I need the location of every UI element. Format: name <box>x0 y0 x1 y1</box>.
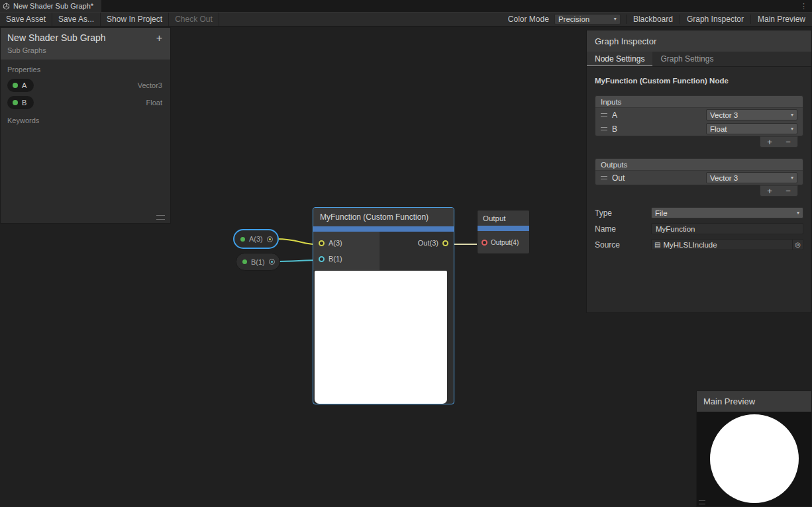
type-field-label: Type <box>595 208 651 218</box>
input-b-type-dropdown[interactable]: Float ▾ <box>706 123 797 134</box>
remove-output-button[interactable]: − <box>786 186 791 196</box>
dropdown-arrow-icon: ▾ <box>797 210 799 216</box>
input-port-row-b: B(1) <box>313 251 380 267</box>
exposed-dot-icon <box>242 259 247 264</box>
custom-function-node[interactable]: MyFunction (Custom Function) A(3) B(1) O… <box>313 207 454 404</box>
list-row-output[interactable]: Out Vector 3 ▾ <box>595 171 803 185</box>
node-input-column: A(3) B(1) <box>313 232 380 270</box>
tab-node-settings[interactable]: Node Settings <box>587 52 652 66</box>
property-row-a[interactable]: A Vector3 <box>1 77 170 94</box>
main-preview-toggle-button[interactable]: Main Preview <box>750 15 812 24</box>
type-dropdown[interactable]: File ▾ <box>651 207 803 218</box>
add-property-button[interactable]: + <box>156 33 162 44</box>
dropdown-value: Vector 3 <box>710 111 738 119</box>
color-mode-value: Precision <box>558 15 589 23</box>
node-preview <box>315 271 447 404</box>
output-type-dropdown[interactable]: Vector 3 ▾ <box>706 172 797 183</box>
graph-property-node-b[interactable]: B(1) <box>236 253 280 271</box>
dropdown-value: Float <box>710 125 727 133</box>
graph-inspector-title[interactable]: Graph Inspector <box>587 30 811 52</box>
node-title[interactable]: MyFunction (Custom Function) <box>313 208 454 226</box>
drag-handle-icon[interactable] <box>601 127 607 130</box>
input-port-row-a: A(3) <box>313 235 380 251</box>
name-input[interactable]: MyFunction <box>651 223 803 234</box>
add-input-button[interactable]: + <box>767 137 772 147</box>
blackboard-resize-handle[interactable] <box>156 215 165 220</box>
blackboard-title: New Shader Sub Graph <box>7 32 164 43</box>
color-mode-label: Color Mode <box>503 15 554 24</box>
main-preview-body[interactable] <box>697 412 811 506</box>
name-field-row: Name MyFunction <box>595 223 803 234</box>
shader-graph-window: { "window": { "tab_title": "New Shader S… <box>0 0 812 507</box>
inputs-list-footer: + − <box>595 136 803 148</box>
tab-graph-settings[interactable]: Graph Settings <box>652 52 721 66</box>
property-row-b[interactable]: B Float <box>1 94 170 111</box>
add-output-button[interactable]: + <box>767 186 772 196</box>
output-port-icon[interactable] <box>442 240 448 246</box>
inspector-tabs: Node Settings Graph Settings <box>587 52 811 67</box>
preview-resize-handle[interactable] <box>699 500 705 504</box>
outputs-list-header: Outputs <box>595 159 803 171</box>
source-field-label: Source <box>595 240 651 250</box>
properties-section-label: Properties <box>1 60 170 77</box>
graph-inspector-panel: Graph Inspector Node Settings Graph Sett… <box>586 30 812 313</box>
blackboard-panel: New Shader Sub Graph Sub Graphs + Proper… <box>0 27 171 224</box>
row-name: A <box>612 111 701 120</box>
window-menu-icon[interactable]: ⋮ <box>795 0 812 12</box>
source-field-row: Source ▤ MyHLSLInclude ◎ <box>595 239 803 250</box>
exposed-dot-icon <box>13 100 18 105</box>
blackboard-toggle-button[interactable]: Blackboard <box>626 15 680 24</box>
show-in-project-button[interactable]: Show In Project <box>101 13 169 26</box>
input-port-label: A(3) <box>329 239 342 247</box>
outputs-list-buttons: + − <box>760 185 798 197</box>
object-picker-icon[interactable]: ◎ <box>792 240 803 250</box>
remove-input-button[interactable]: − <box>786 137 791 147</box>
row-name: Out <box>612 173 701 183</box>
color-mode-dropdown[interactable]: Precision ▾ <box>554 14 621 24</box>
check-out-button: Check Out <box>169 13 219 26</box>
source-object-name: MyHLSLInclude <box>663 241 792 249</box>
dropdown-arrow-icon: ▾ <box>791 126 793 132</box>
list-row-input-a[interactable]: A Vector 3 ▾ <box>595 108 803 122</box>
input-port-icon[interactable] <box>319 240 325 246</box>
node-port-area: A(3) B(1) Out(3) <box>313 232 454 270</box>
output-port-icon[interactable] <box>267 236 273 242</box>
window-tab[interactable]: New Shader Sub Graph* <box>0 0 101 12</box>
property-pill-b[interactable]: B <box>7 96 34 109</box>
input-a-type-dropdown[interactable]: Vector 3 ▾ <box>706 109 797 120</box>
node-output-column: Out(3) <box>380 232 454 270</box>
drag-handle-icon[interactable] <box>601 176 607 179</box>
unity-logo-icon <box>3 3 10 10</box>
input-port-icon[interactable] <box>319 256 325 262</box>
exposed-dot-icon <box>13 83 18 88</box>
dropdown-value: Vector 3 <box>710 174 738 182</box>
inspected-node-header: MyFunction (Custom Function) Node <box>587 67 811 89</box>
graph-property-node-a[interactable]: A(3) <box>233 229 279 249</box>
property-type: Vector3 <box>138 81 162 89</box>
inputs-list: Inputs A Vector 3 ▾ B Float ▾ <box>595 95 803 136</box>
source-object-field[interactable]: ▤ MyHLSLInclude ◎ <box>651 239 803 250</box>
preview-sphere <box>710 414 799 503</box>
graph-inspector-toggle-button[interactable]: Graph Inspector <box>680 15 750 24</box>
output-port-row: Output(4) <box>478 231 529 254</box>
list-row-input-b[interactable]: B Float ▾ <box>595 122 803 136</box>
toolbar-right-group: Color Mode Precision ▾ Blackboard Graph … <box>503 13 812 26</box>
drag-handle-icon[interactable] <box>601 113 607 116</box>
keywords-section-label: Keywords <box>1 111 170 128</box>
main-preview-panel: Main Preview <box>696 391 812 507</box>
property-node-label: B(1) <box>251 258 265 266</box>
property-pill-a[interactable]: A <box>7 79 34 92</box>
exposed-dot-icon <box>240 237 245 242</box>
save-as-button[interactable]: Save As... <box>52 13 101 26</box>
output-node[interactable]: Output Output(4) <box>477 210 530 254</box>
save-asset-button[interactable]: Save Asset <box>0 13 52 26</box>
outputs-list-footer: + − <box>595 185 803 197</box>
dropdown-arrow-icon: ▾ <box>791 113 793 118</box>
blackboard-header[interactable]: New Shader Sub Graph Sub Graphs + <box>1 28 170 60</box>
output-port-icon[interactable] <box>269 259 275 265</box>
node-title[interactable]: Output <box>478 210 529 226</box>
main-preview-title[interactable]: Main Preview <box>697 391 811 412</box>
dropdown-arrow-icon: ▾ <box>614 17 617 22</box>
property-name: B <box>22 99 26 107</box>
input-port-icon[interactable] <box>482 240 487 246</box>
